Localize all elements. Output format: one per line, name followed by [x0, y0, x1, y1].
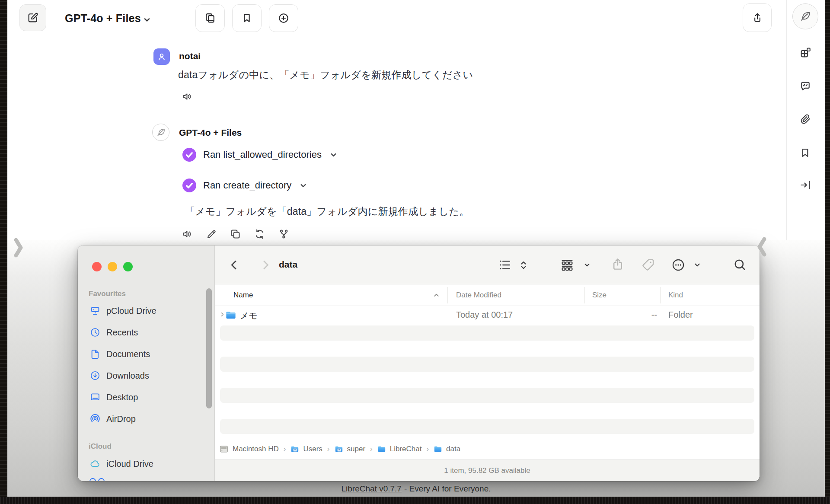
- chat-settings-icon[interactable]: [799, 80, 811, 92]
- attach-files-icon[interactable]: [799, 113, 811, 125]
- column-header-date-modified[interactable]: Date Modified: [456, 291, 501, 300]
- download-circle-icon: [89, 370, 101, 381]
- bookmark-conversation-button[interactable]: [232, 4, 262, 32]
- read-aloud-icon[interactable]: [182, 228, 193, 240]
- folder-icon: [377, 445, 386, 453]
- assistant-avatar: [152, 124, 169, 141]
- finder-path-bar: Macintosh HD › Users › super › LibreChat…: [215, 438, 760, 459]
- finder-window[interactable]: Favourites pCloud Drive Recents Document…: [78, 246, 760, 481]
- hide-panel-icon[interactable]: [799, 179, 811, 191]
- path-separator: ›: [283, 445, 287, 453]
- traffic-light-close[interactable]: [92, 262, 102, 271]
- finder-sidebar: Favourites pCloud Drive Recents Document…: [78, 246, 215, 481]
- shared-section-icon-cut: [89, 478, 105, 481]
- disclosure-chevron-icon[interactable]: [219, 311, 226, 318]
- column-header-name[interactable]: Name: [233, 291, 253, 300]
- plugins-panel-icon[interactable]: [799, 47, 811, 59]
- export-icon: [751, 12, 763, 24]
- sort-ascending-icon: [433, 292, 440, 299]
- traffic-light-zoom[interactable]: [123, 262, 133, 271]
- finder-status-bar: 1 item, 95.82 GB available: [215, 459, 760, 481]
- group-view-icon[interactable]: [560, 258, 575, 272]
- chevron-down-icon[interactable]: [583, 261, 591, 269]
- export-conversation-button[interactable]: [743, 3, 772, 32]
- finder-main: data: [215, 246, 760, 481]
- user-message-text: dataフォルダの中に、「メモ」フォルダを新規作成してください: [178, 68, 473, 82]
- version-link[interactable]: LibreChat v0.7.7: [341, 484, 401, 494]
- edit-message-icon[interactable]: [206, 229, 217, 240]
- finder-sidebar-item-desktop[interactable]: Desktop: [84, 387, 205, 408]
- sidebar-scrollbar[interactable]: [206, 288, 212, 408]
- file-date-modified: Today at 00:17: [456, 310, 513, 320]
- path-item-macintosh-hd[interactable]: Macintosh HD: [233, 445, 279, 453]
- chevron-down-icon[interactable]: [693, 261, 701, 269]
- sidebar-item-label: AirDrop: [106, 414, 136, 424]
- conversation-title-chevron-icon[interactable]: [143, 16, 151, 24]
- app-footer: LibreChat v0.7.7 - Every AI for Everyone…: [7, 481, 825, 497]
- chevron-down-icon[interactable]: [299, 182, 307, 190]
- regenerate-icon[interactable]: [254, 228, 265, 240]
- folder-icon: [225, 309, 236, 321]
- tool-success-icon: [182, 148, 196, 162]
- path-item-super[interactable]: super: [347, 445, 366, 453]
- add-multi-conversation-button[interactable]: [269, 4, 298, 32]
- read-aloud-icon[interactable]: [182, 91, 193, 102]
- path-item-users[interactable]: Users: [303, 445, 322, 453]
- sidebar-section-favourites: Favourites: [89, 290, 126, 298]
- app-screen: GPT-4o + Files: [0, 0, 830, 504]
- finder-file-row[interactable]: メモ Today at 00:17 -- Folder: [215, 306, 760, 325]
- finder-sidebar-item-downloads[interactable]: Downloads: [84, 365, 205, 386]
- tool-run-row[interactable]: Ran create_directory: [182, 179, 307, 192]
- tool-run-row[interactable]: Ran list_allowed_directories: [182, 148, 338, 162]
- finder-sidebar-item-airdrop[interactable]: AirDrop: [84, 408, 205, 429]
- column-header-size[interactable]: Size: [592, 291, 607, 300]
- list-stripe: [220, 419, 754, 434]
- copy-message-icon[interactable]: [230, 228, 241, 240]
- sidebar-item-label: Documents: [106, 349, 150, 359]
- cloud-icon: [89, 458, 101, 469]
- left-drag-handle-mark: [13, 237, 24, 258]
- more-actions-icon[interactable]: [671, 258, 686, 272]
- desktop-edge-bottom: [0, 497, 830, 504]
- right-rail: [786, 0, 825, 242]
- path-separator: ›: [369, 445, 374, 453]
- finder-sidebar-item-documents[interactable]: Documents: [84, 344, 205, 364]
- rail-bookmark-icon[interactable]: [799, 147, 811, 159]
- tool-run-label: Ran list_allowed_directories: [203, 149, 322, 160]
- forward-icon[interactable]: [259, 258, 272, 272]
- fork-conversation-icon[interactable]: [278, 228, 290, 240]
- plus-circle-icon: [278, 12, 290, 24]
- conversation-title[interactable]: GPT-4o + Files: [65, 12, 141, 25]
- finder-sidebar-item-icloud-drive[interactable]: iCloud Drive: [84, 453, 205, 474]
- file-size: --: [584, 310, 657, 320]
- drive-icon: [89, 305, 101, 316]
- assistant-name: GPT-4o + Files: [179, 128, 242, 138]
- document-icon: [89, 348, 101, 360]
- footer-tagline: - Every AI for Everyone.: [404, 484, 491, 494]
- finder-toolbar: data: [215, 246, 760, 284]
- search-icon[interactable]: [733, 258, 747, 272]
- feather-icon: [799, 10, 811, 22]
- back-icon[interactable]: [228, 258, 241, 272]
- pencil-square-icon: [27, 12, 39, 24]
- tag-icon[interactable]: [641, 258, 655, 272]
- desktop-icon: [89, 392, 101, 403]
- person-icon: [156, 51, 167, 62]
- finder-sidebar-item-pcloud-drive[interactable]: pCloud Drive: [84, 300, 205, 321]
- sidebar-item-label: Recents: [106, 328, 138, 338]
- list-view-icon[interactable]: [498, 258, 512, 272]
- active-endpoint-button[interactable]: [792, 3, 818, 29]
- path-item-data[interactable]: data: [446, 445, 460, 453]
- view-sort-chevrons-icon[interactable]: [519, 259, 528, 271]
- column-header-kind[interactable]: Kind: [668, 291, 683, 300]
- duplicate-icon: [204, 12, 216, 24]
- chevron-down-icon[interactable]: [329, 151, 338, 159]
- folder-icon: [434, 445, 442, 453]
- new-chat-button[interactable]: [19, 4, 46, 31]
- duplicate-conversation-button[interactable]: [195, 4, 225, 32]
- share-icon[interactable]: [610, 257, 625, 272]
- path-item-librechat[interactable]: LibreChat: [390, 445, 422, 453]
- traffic-light-minimize[interactable]: [108, 262, 117, 271]
- finder-sidebar-item-recents[interactable]: Recents: [84, 322, 205, 343]
- hard-drive-icon: [219, 444, 229, 454]
